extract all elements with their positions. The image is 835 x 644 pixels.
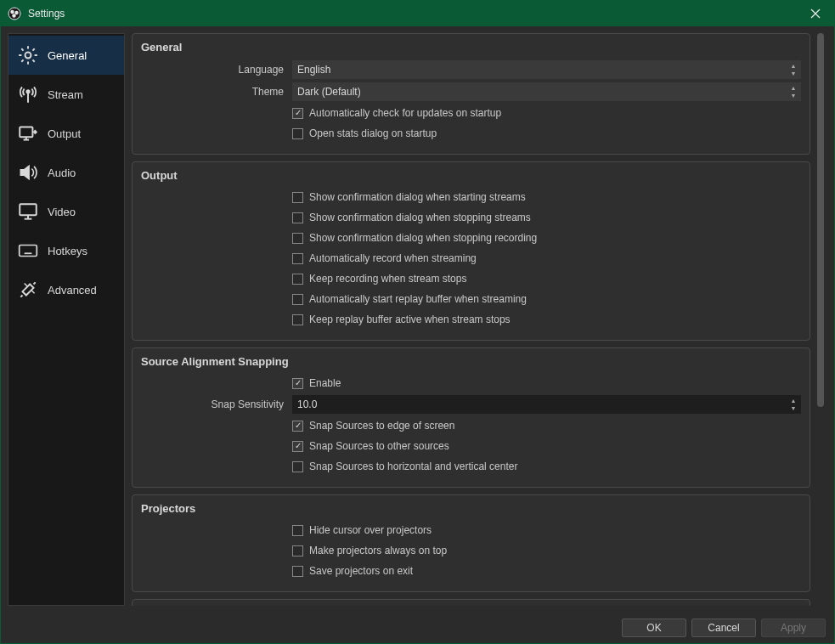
- svg-rect-12: [20, 204, 37, 215]
- chevron-up-icon: ▲: [787, 63, 799, 70]
- group-snapping: Source Alignment Snapping Enable Snap Se…: [132, 347, 810, 488]
- svg-point-0: [8, 8, 20, 20]
- spinbox-spinner[interactable]: ▲ ▼: [787, 395, 799, 414]
- confirm-stop-checkbox[interactable]: [292, 212, 303, 223]
- save-exit-label: Save projectors on exit: [309, 565, 413, 577]
- ok-button[interactable]: OK: [622, 619, 686, 637]
- group-output: Output Show confirmation dialog when sta…: [132, 161, 810, 341]
- svg-point-2: [14, 11, 18, 14]
- sidebar-item-label: Hotkeys: [48, 245, 87, 257]
- sidebar-item-label: Advanced: [48, 284, 97, 297]
- snap-edge-checkbox[interactable]: [292, 421, 303, 432]
- check-updates-checkbox[interactable]: [292, 108, 303, 119]
- theme-label: Theme: [141, 86, 292, 98]
- language-label: Language: [141, 64, 292, 76]
- sidebar-item-general[interactable]: General: [8, 36, 124, 75]
- combo-spinner[interactable]: ▲ ▼: [787, 82, 799, 101]
- save-exit-checkbox[interactable]: [292, 566, 303, 577]
- app-icon: [8, 7, 21, 20]
- window-title: Settings: [28, 8, 796, 20]
- snap-sensitivity-label: Snap Sensitivity: [141, 398, 292, 410]
- snap-edge-label: Snap Sources to edge of screen: [309, 420, 454, 432]
- cancel-button[interactable]: Cancel: [691, 619, 756, 637]
- output-icon: [17, 122, 39, 144]
- chevron-down-icon: ▼: [787, 93, 799, 99]
- sidebar-item-label: Stream: [48, 88, 83, 101]
- sidebar-item-output[interactable]: Output: [8, 114, 124, 153]
- group-title: Output: [141, 169, 801, 182]
- sidebar-item-video[interactable]: Video: [8, 192, 124, 231]
- combo-spinner[interactable]: ▲ ▼: [787, 60, 799, 79]
- hide-cursor-checkbox[interactable]: [292, 525, 303, 536]
- language-combo[interactable]: English ▲ ▼: [292, 60, 801, 79]
- check-updates-label: Automatically check for updates on start…: [309, 107, 501, 119]
- speaker-icon: [17, 161, 39, 184]
- sidebar-item-label: Video: [48, 206, 76, 218]
- chevron-up-icon: ▲: [787, 398, 799, 404]
- sidebar-item-hotkeys[interactable]: Hotkeys: [8, 231, 124, 270]
- sidebar-item-label: General: [48, 49, 87, 62]
- sidebar: General Stream: [8, 33, 125, 606]
- tools-icon: [17, 279, 39, 301]
- svg-point-1: [10, 10, 14, 14]
- gear-icon: [17, 44, 39, 66]
- sidebar-item-audio[interactable]: Audio: [8, 153, 124, 192]
- group-general: General Language English ▲ ▼: [132, 33, 810, 155]
- confirm-start-checkbox[interactable]: [292, 192, 303, 203]
- theme-combo[interactable]: Dark (Default) ▲ ▼: [292, 82, 801, 101]
- group-title: General: [141, 41, 801, 54]
- monitor-icon: [17, 201, 39, 223]
- theme-value: Dark (Default): [297, 86, 361, 98]
- auto-replay-label: Automatically start replay buffer when s…: [309, 293, 527, 305]
- snap-center-label: Snap Sources to horizontal and vertical …: [309, 460, 517, 472]
- snapping-enable-checkbox[interactable]: [292, 378, 303, 389]
- svg-rect-15: [20, 246, 37, 257]
- sidebar-item-label: Output: [48, 127, 81, 140]
- snap-other-checkbox[interactable]: [292, 441, 303, 452]
- close-button[interactable]: [796, 1, 834, 26]
- keyboard-icon: [17, 240, 39, 262]
- always-top-label: Make projectors always on top: [309, 545, 447, 556]
- keep-recording-checkbox[interactable]: [292, 274, 303, 285]
- footer: OK Cancel Apply: [1, 613, 834, 643]
- auto-record-label: Automatically record when streaming: [309, 252, 477, 264]
- titlebar: Settings: [1, 1, 834, 26]
- snap-center-checkbox[interactable]: [292, 461, 303, 472]
- always-top-checkbox[interactable]: [292, 545, 303, 556]
- open-stats-checkbox[interactable]: [292, 128, 303, 139]
- keep-replay-checkbox[interactable]: [292, 314, 303, 325]
- confirm-stop-label: Show confirmation dialog when stopping s…: [309, 212, 531, 223]
- body: General Stream: [1, 26, 834, 613]
- language-value: English: [297, 64, 330, 76]
- group-title: Source Alignment Snapping: [141, 355, 801, 368]
- sidebar-item-stream[interactable]: Stream: [8, 75, 124, 114]
- auto-replay-checkbox[interactable]: [292, 294, 303, 305]
- snapping-enable-label: Enable: [309, 377, 341, 389]
- apply-button[interactable]: Apply: [761, 619, 826, 637]
- snap-sensitivity-value: 10.0: [297, 398, 317, 410]
- scrollbar[interactable]: [814, 33, 827, 606]
- auto-record-checkbox[interactable]: [292, 253, 303, 264]
- confirm-start-label: Show confirmation dialog when starting s…: [309, 191, 526, 203]
- svg-point-7: [26, 90, 29, 93]
- snap-other-label: Snap Sources to other sources: [309, 440, 449, 452]
- hide-cursor-label: Hide cursor over projectors: [309, 524, 432, 536]
- keep-replay-label: Keep replay buffer active when stream st…: [309, 314, 511, 325]
- antenna-icon: [17, 83, 39, 105]
- group-systray: System Tray Enable Minimize to system tr…: [132, 599, 810, 606]
- settings-window: Settings General: [0, 0, 835, 644]
- chevron-down-icon: ▼: [787, 71, 799, 77]
- group-title: Projectors: [141, 502, 801, 515]
- chevron-up-icon: ▲: [787, 85, 799, 92]
- snap-sensitivity-spinbox[interactable]: 10.0 ▲ ▼: [292, 395, 801, 414]
- keep-recording-label: Keep recording when stream stops: [309, 273, 466, 285]
- open-stats-label: Open stats dialog on startup: [309, 127, 437, 139]
- scrollbar-thumb[interactable]: [817, 33, 824, 407]
- svg-point-3: [12, 14, 15, 17]
- content-wrap: General Language English ▲ ▼: [132, 33, 827, 606]
- svg-rect-9: [20, 127, 32, 137]
- sidebar-item-advanced[interactable]: Advanced: [8, 270, 124, 309]
- confirm-stop-rec-checkbox[interactable]: [292, 233, 303, 244]
- svg-point-6: [25, 53, 31, 59]
- chevron-down-icon: ▼: [787, 405, 799, 412]
